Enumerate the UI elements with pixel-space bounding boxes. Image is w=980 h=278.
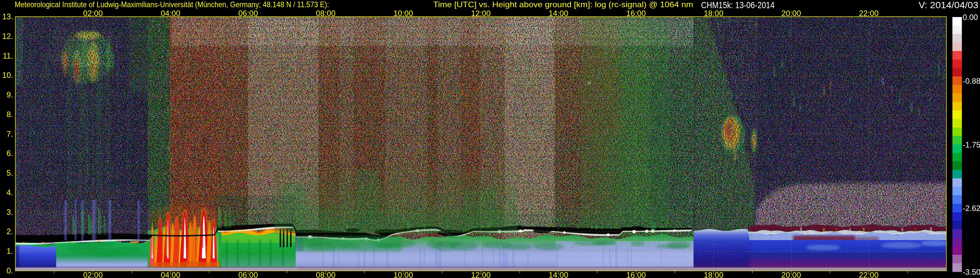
svg-text:06:00: 06:00 (238, 9, 258, 18)
svg-text:22:00: 22:00 (859, 270, 878, 278)
svg-text:22:00: 22:00 (859, 9, 878, 18)
svg-text:04:00: 04:00 (161, 270, 180, 278)
svg-text:12:00: 12:00 (471, 9, 491, 18)
svg-text:10:00: 10:00 (393, 270, 413, 278)
svg-text:12:00: 12:00 (471, 270, 491, 278)
svg-text:08:00: 08:00 (316, 9, 336, 18)
svg-text:04:00: 04:00 (161, 9, 180, 18)
svg-text:0.00: 0.00 (963, 13, 978, 22)
svg-text:14:00: 14:00 (549, 270, 568, 278)
svg-text:12.: 12. (2, 32, 13, 40)
svg-text:10.: 10. (2, 71, 13, 80)
svg-text:4.: 4. (6, 188, 13, 197)
svg-text:-2.62: -2.62 (963, 204, 980, 212)
svg-text:0.: 0. (6, 266, 13, 275)
svg-text:08:00: 08:00 (316, 270, 336, 278)
svg-text:8.: 8. (6, 110, 13, 119)
svg-text:7.: 7. (6, 129, 13, 138)
svg-text:-0.88: -0.88 (963, 77, 980, 85)
svg-text:Meteorological Institute of Lu: Meteorological Institute of Ludwig-Maxim… (15, 0, 329, 9)
svg-text:11.: 11. (3, 51, 13, 60)
svg-text:10:00: 10:00 (393, 9, 413, 18)
svg-text:2.: 2. (6, 227, 13, 236)
svg-text:-3.50: -3.50 (963, 268, 980, 276)
svg-text:02:00: 02:00 (83, 9, 103, 18)
svg-text:16:00: 16:00 (626, 9, 646, 18)
svg-text:3.: 3. (6, 208, 13, 217)
svg-text:13.: 13. (2, 12, 13, 21)
svg-text:06:00: 06:00 (238, 270, 258, 278)
svg-text:6.: 6. (6, 149, 13, 158)
svg-text:V: 2014/04/03: V: 2014/04/03 (919, 0, 978, 10)
svg-text:20:00: 20:00 (781, 9, 801, 18)
svg-text:Time [UTC] vs. Height above gr: Time [UTC] vs. Height above ground [km]:… (433, 0, 693, 9)
svg-text:18:00: 18:00 (704, 270, 723, 278)
svg-text:02:00: 02:00 (83, 270, 103, 278)
svg-text:18:00: 18:00 (704, 9, 723, 18)
svg-text:9.: 9. (6, 90, 13, 99)
svg-text:5.: 5. (6, 168, 13, 177)
svg-text:16:00: 16:00 (626, 270, 646, 278)
svg-text:20:00: 20:00 (781, 270, 801, 278)
svg-text:-1.75: -1.75 (963, 140, 980, 149)
svg-text:1.: 1. (6, 247, 13, 256)
svg-text:14:00: 14:00 (549, 9, 568, 18)
